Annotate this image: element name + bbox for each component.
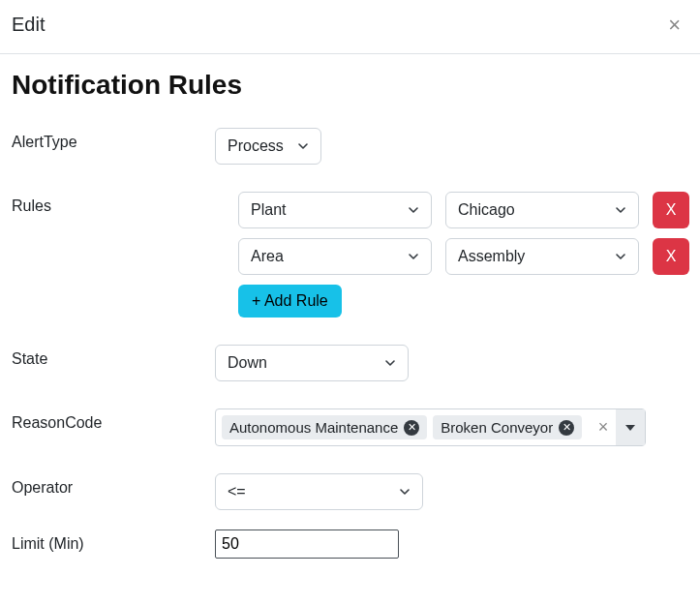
row-reason-code: ReasonCode Autonomous Maintenance ✕ Brok… — [12, 408, 688, 446]
row-rules: Rules Plant Chicago X — [12, 192, 688, 318]
alert-type-value: Process — [228, 137, 284, 155]
row-state: State Down — [12, 345, 688, 381]
modal-header: Edit × — [0, 0, 700, 54]
reason-code-dropdown-toggle[interactable] — [616, 409, 645, 445]
state-value: Down — [228, 354, 267, 372]
alert-type-select[interactable]: Process — [215, 128, 321, 165]
row-alert-type: AlertType Process — [12, 128, 688, 165]
rules-list: Plant Chicago X Area — [215, 192, 689, 318]
rule-scope-select[interactable]: Area — [238, 238, 432, 275]
label-alert-type: AlertType — [12, 128, 215, 151]
clear-icon: × — [598, 417, 609, 438]
reason-code-tags: Autonomous Maintenance ✕ Broken Conveyor… — [216, 409, 591, 445]
reason-code-tag-label: Autonomous Maintenance — [229, 419, 398, 436]
chevron-down-icon — [615, 251, 626, 262]
operator-select[interactable]: <= — [215, 473, 423, 510]
close-button[interactable]: × — [664, 15, 685, 36]
rule-line: Plant Chicago X — [238, 192, 689, 228]
delete-rule-button[interactable]: X — [653, 192, 689, 228]
add-rule-button[interactable]: + Add Rule — [238, 285, 342, 318]
page-title: Notification Rules — [12, 70, 688, 101]
chevron-down-icon — [615, 204, 626, 216]
close-icon: × — [668, 13, 681, 37]
rule-line: Area Assembly X — [238, 238, 689, 275]
label-operator: Operator — [12, 473, 215, 497]
reason-code-multiselect[interactable]: Autonomous Maintenance ✕ Broken Conveyor… — [215, 408, 646, 446]
state-select[interactable]: Down — [215, 345, 409, 381]
chevron-down-icon — [408, 251, 419, 262]
reason-code-tag-label: Broken Conveyor — [441, 419, 553, 436]
modal-body: Notification Rules AlertType Process Rul… — [0, 54, 700, 588]
rule-scope-value: Plant — [251, 201, 286, 219]
label-limit: Limit (Min) — [12, 529, 215, 553]
label-reason-code: ReasonCode — [12, 408, 215, 432]
rule-value: Chicago — [458, 201, 515, 219]
chevron-down-icon — [408, 204, 419, 216]
chevron-down-icon — [384, 357, 396, 369]
reason-code-tag: Broken Conveyor ✕ — [433, 415, 582, 439]
rule-scope-select[interactable]: Plant — [238, 192, 432, 228]
delete-rule-button[interactable]: X — [653, 238, 689, 275]
row-limit: Limit (Min) — [12, 529, 688, 559]
limit-input[interactable] — [215, 529, 399, 559]
rule-scope-value: Area — [251, 248, 284, 265]
reason-code-tag: Autonomous Maintenance ✕ — [222, 415, 427, 439]
label-rules: Rules — [12, 192, 215, 215]
dropdown-caret-icon — [625, 425, 635, 431]
operator-value: <= — [228, 483, 246, 500]
row-operator: Operator <= — [12, 473, 688, 510]
modal-title: Edit — [12, 14, 45, 36]
chevron-down-icon — [297, 140, 309, 152]
rule-value-select[interactable]: Assembly — [445, 238, 639, 275]
tag-remove-icon[interactable]: ✕ — [559, 420, 574, 436]
rule-value-select[interactable]: Chicago — [445, 192, 639, 228]
chevron-down-icon — [399, 486, 411, 498]
tag-remove-icon[interactable]: ✕ — [404, 420, 419, 436]
label-state: State — [12, 345, 215, 368]
reason-code-clear-button[interactable]: × — [591, 409, 616, 445]
rule-value: Assembly — [458, 248, 525, 265]
